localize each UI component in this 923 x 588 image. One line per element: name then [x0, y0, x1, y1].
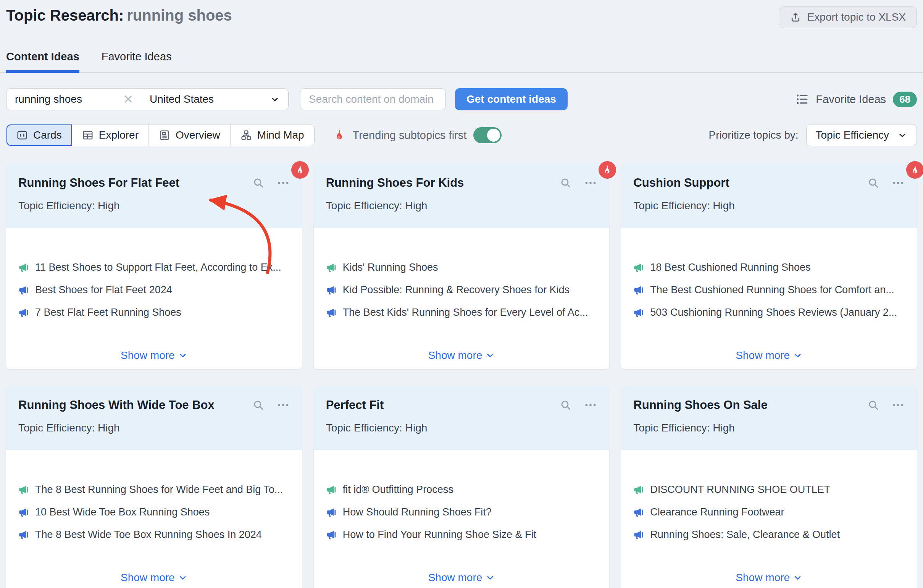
tab-favorite-ideas[interactable]: Favorite Ideas [102, 46, 172, 72]
country-value: United States [149, 93, 214, 105]
content-idea-item[interactable]: The Best Cushioned Running Shoes for Com… [633, 284, 905, 296]
efficiency-label: Topic Efficiency: [633, 200, 709, 212]
view-explorer-label: Explorer [99, 129, 138, 141]
ellipsis-menu-icon[interactable] [584, 176, 597, 189]
content-idea-item[interactable]: How to Find Your Running Shoe Size & Fit [326, 529, 598, 540]
prioritize-control: Prioritize topics by: Topic Efficiency [709, 124, 917, 146]
search-icon[interactable] [867, 177, 879, 189]
clear-query-icon[interactable]: ✕ [123, 93, 133, 105]
ellipsis-menu-icon[interactable] [277, 176, 290, 189]
search-bar: ✕ United States Get content ideas Favori… [6, 88, 917, 110]
view-mind-map[interactable]: Mind Map [231, 125, 314, 146]
content-idea-item[interactable]: Clearance Running Footwear [633, 506, 905, 518]
mind-map-view-icon [240, 130, 252, 141]
favorite-ideas-link[interactable]: Favorite Ideas 68 [796, 92, 917, 107]
show-more-label: Show more [428, 572, 483, 584]
view-mind-map-label: Mind Map [257, 129, 304, 141]
content-idea-item[interactable]: 10 Best Wide Toe Box Running Shoes [18, 506, 290, 518]
view-cards[interactable]: Cards [7, 125, 72, 146]
idea-list: Kids' Running Shoes Kid Possible: Runnin… [326, 261, 598, 329]
megaphone-icon [18, 307, 29, 318]
country-select[interactable]: United States [141, 89, 288, 110]
megaphone-icon [18, 530, 29, 540]
search-icon[interactable] [252, 177, 264, 189]
card-header: Cushion Support Topic Efficiency: [621, 163, 917, 228]
show-more-link[interactable]: Show more [736, 349, 802, 361]
card-title[interactable]: Running Shoes With Wide Toe Box [18, 398, 252, 412]
topic-query-input[interactable] [14, 93, 119, 106]
card-title[interactable]: Running Shoes For Kids [326, 176, 560, 190]
trending-toggle[interactable] [473, 127, 502, 143]
show-more-link[interactable]: Show more [121, 349, 187, 361]
export-xlsx-button[interactable]: Export topic to XLSX [779, 6, 917, 28]
chevron-down-icon [178, 573, 187, 582]
flame-icon [295, 164, 305, 175]
card-title[interactable]: Perfect Fit [326, 398, 560, 412]
page-title: Topic Research:running shoes [6, 6, 232, 25]
view-overview[interactable]: Overview [149, 125, 231, 146]
idea-list: 11 Best Shoes to Support Flat Feet, Acco… [18, 261, 290, 329]
prioritize-value: Topic Efficiency [816, 129, 889, 141]
view-cards-label: Cards [33, 129, 62, 141]
topic-query-box: ✕ [7, 89, 141, 110]
view-switcher: Cards Explorer Overview Mind Map [6, 124, 315, 146]
efficiency-value: High [98, 200, 120, 212]
topic-efficiency: Topic Efficiency: High [18, 422, 290, 434]
card-title[interactable]: Cushion Support [633, 176, 867, 190]
content-idea-item[interactable]: The Best Kids' Running Shoes for Every L… [326, 307, 598, 319]
search-icon[interactable] [560, 399, 572, 411]
content-idea-item[interactable]: Best Shoes for Flat Feet 2024 [18, 284, 290, 296]
content-idea-item[interactable]: Kids' Running Shoes [326, 261, 598, 273]
trending-flame-badge [906, 161, 923, 179]
idea-list: fit id® Outfitting Process How Should Ru… [326, 484, 598, 551]
search-icon[interactable] [867, 399, 879, 411]
megaphone-icon [18, 485, 29, 495]
show-more-link[interactable]: Show more [736, 572, 802, 584]
topic-efficiency: Topic Efficiency: High [18, 200, 290, 212]
content-idea-item[interactable]: fit id® Outfitting Process [326, 484, 598, 496]
megaphone-icon [633, 507, 644, 518]
flame-icon [910, 164, 920, 175]
show-more-link[interactable]: Show more [428, 349, 495, 361]
content-idea-item[interactable]: The 8 Best Running Shoes for Wide Feet a… [18, 484, 290, 496]
tab-content-ideas[interactable]: Content Ideas [6, 46, 79, 72]
content-idea-item[interactable]: Kid Possible: Running & Recovery Shoes f… [326, 284, 598, 296]
domain-search-input[interactable] [308, 93, 438, 106]
search-icon[interactable] [560, 177, 572, 189]
show-more-link[interactable]: Show more [428, 572, 495, 584]
megaphone-icon [326, 307, 337, 318]
content-idea-item[interactable]: Running Shoes: Sale, Clearance & Outlet [633, 529, 905, 540]
topic-card: Running Shoes With Wide Toe Box To [6, 385, 302, 588]
topic-card: Running Shoes On Sale Topic Effici [621, 385, 917, 588]
topic-card: Running Shoes For Kids Topic Effic [314, 163, 609, 369]
show-more-link[interactable]: Show more [121, 572, 187, 584]
prioritize-select[interactable]: Topic Efficiency [806, 124, 917, 146]
search-icon[interactable] [252, 399, 264, 411]
content-idea-item[interactable]: 11 Best Shoes to Support Flat Feet, Acco… [18, 261, 290, 273]
topic-card: Perfect Fit Topic Efficiency: [314, 385, 609, 588]
content-idea-item[interactable]: 18 Best Cushioned Running Shoes [633, 261, 905, 273]
content-idea-item[interactable]: How Should Running Shoes Fit? [326, 506, 598, 518]
content-idea-item[interactable]: 7 Best Flat Feet Running Shoes [18, 307, 290, 319]
ellipsis-menu-icon[interactable] [892, 176, 905, 189]
card-title[interactable]: Running Shoes For Flat Feet [18, 176, 252, 190]
content-idea-text: The 8 Best Running Shoes for Wide Feet a… [35, 484, 283, 496]
content-idea-text: Best Shoes for Flat Feet 2024 [35, 284, 172, 296]
megaphone-icon [18, 507, 29, 518]
topic-efficiency: Topic Efficiency: High [326, 422, 598, 434]
idea-list: The 8 Best Running Shoes for Wide Feet a… [18, 484, 290, 551]
content-idea-text: The Best Cushioned Running Shoes for Com… [650, 284, 894, 296]
view-explorer[interactable]: Explorer [72, 125, 149, 146]
prioritize-label: Prioritize topics by: [709, 129, 798, 141]
content-idea-item[interactable]: 503 Cushioning Running Shoes Reviews (Ja… [633, 307, 905, 319]
page-title-query: running shoes [127, 7, 232, 24]
get-content-ideas-button[interactable]: Get content ideas [455, 88, 568, 110]
ellipsis-menu-icon[interactable] [892, 399, 905, 412]
ellipsis-menu-icon[interactable] [277, 399, 290, 412]
card-title[interactable]: Running Shoes On Sale [633, 398, 867, 412]
query-country-group: ✕ United States [6, 88, 289, 110]
content-idea-item[interactable]: The 8 Best Wide Toe Box Running Shoes In… [18, 529, 290, 540]
ellipsis-menu-icon[interactable] [584, 399, 597, 412]
content-idea-item[interactable]: DISCOUNT RUNNING SHOE OUTLET [633, 484, 905, 496]
content-idea-text: How to Find Your Running Shoe Size & Fit [343, 529, 536, 540]
